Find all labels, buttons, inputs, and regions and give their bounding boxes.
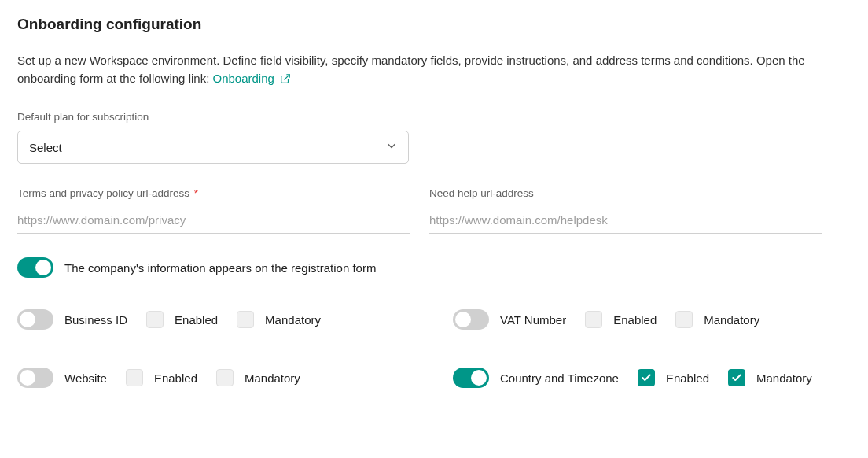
country-timezone-enabled-checkbox[interactable] <box>638 369 655 386</box>
business-id-label: Business ID <box>64 313 127 327</box>
vat-number-toggle[interactable] <box>453 309 489 330</box>
toggle-knob <box>20 312 35 327</box>
business-id-toggle[interactable] <box>17 309 53 330</box>
terms-url-label: Terms and privacy policy url-address * <box>17 187 410 199</box>
business-id-enabled-checkbox[interactable] <box>146 311 164 328</box>
country-timezone-label: Country and Timezone <box>500 371 619 385</box>
help-url-input[interactable] <box>429 207 822 234</box>
intro-text: Set up a new Workspace environment. Defi… <box>17 54 805 85</box>
vat-number-mandatory-checkbox[interactable] <box>675 311 693 328</box>
terms-url-label-text: Terms and privacy policy url-address <box>17 187 189 199</box>
required-star-icon: * <box>194 187 198 199</box>
onboarding-link[interactable]: Onboarding <box>212 72 291 85</box>
vat-number-enabled-checkbox[interactable] <box>585 311 602 328</box>
country-timezone-mandatory-checkbox[interactable] <box>728 369 745 386</box>
help-url-label: Need help url-address <box>429 187 822 199</box>
toggle-knob <box>471 370 487 386</box>
enabled-label: Enabled <box>175 313 218 327</box>
mandatory-label: Mandatory <box>245 371 300 385</box>
mandatory-label: Mandatory <box>756 371 812 385</box>
enabled-label: Enabled <box>154 371 197 385</box>
toggle-knob <box>35 260 51 275</box>
terms-url-input[interactable] <box>17 207 410 234</box>
svg-line-0 <box>285 74 289 79</box>
intro-paragraph: Set up a new Workspace environment. Defi… <box>17 52 851 89</box>
enabled-label: Enabled <box>613 313 657 327</box>
plan-select[interactable]: Select <box>17 131 409 164</box>
company-info-toggle[interactable] <box>17 257 53 278</box>
toggle-knob <box>20 370 35 386</box>
vat-number-label: VAT Number <box>500 313 566 327</box>
check-icon <box>641 372 652 383</box>
enabled-label: Enabled <box>666 371 709 385</box>
page-title: Onboarding configuration <box>17 16 851 33</box>
toggle-knob <box>455 312 471 327</box>
website-toggle[interactable] <box>17 368 53 388</box>
business-id-mandatory-checkbox[interactable] <box>237 311 254 328</box>
country-timezone-toggle[interactable] <box>453 368 489 388</box>
company-info-toggle-label: The company's information appears on the… <box>64 261 376 275</box>
check-icon <box>731 372 742 383</box>
mandatory-label: Mandatory <box>265 313 321 327</box>
website-enabled-checkbox[interactable] <box>126 369 143 386</box>
mandatory-label: Mandatory <box>704 313 760 327</box>
website-mandatory-checkbox[interactable] <box>216 369 234 386</box>
onboarding-link-text: Onboarding <box>212 72 274 85</box>
plan-select-value: Select <box>29 141 62 154</box>
plan-select-label: Default plan for subscription <box>17 111 851 123</box>
external-link-icon <box>280 72 291 90</box>
website-label: Website <box>64 371 107 385</box>
